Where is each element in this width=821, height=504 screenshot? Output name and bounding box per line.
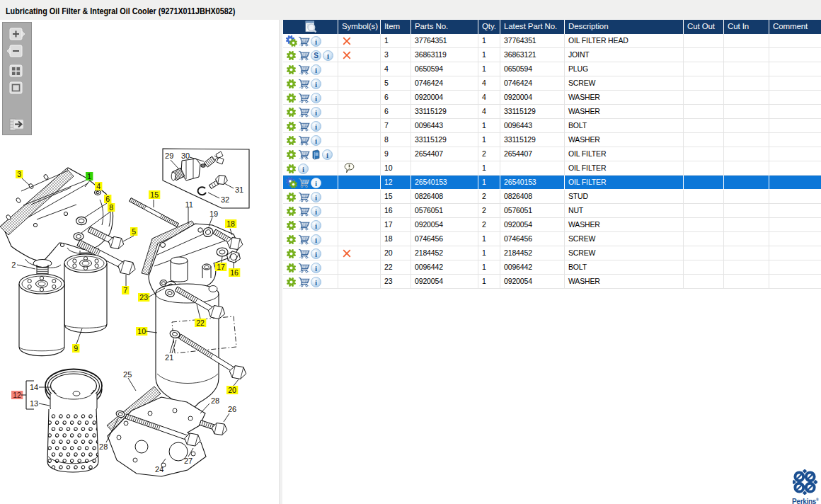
svg-text:25: 25 <box>123 370 132 379</box>
svg-text:31: 31 <box>235 185 243 194</box>
svg-text:9: 9 <box>74 344 78 353</box>
svg-text:18: 18 <box>226 219 235 228</box>
svg-text:22: 22 <box>196 319 205 327</box>
svg-text:3: 3 <box>17 170 21 178</box>
svg-text:12: 12 <box>13 391 21 399</box>
svg-text:14: 14 <box>30 383 38 391</box>
svg-text:20: 20 <box>228 386 236 394</box>
svg-text:19: 19 <box>209 210 218 218</box>
svg-text:4: 4 <box>96 182 101 190</box>
svg-text:28: 28 <box>211 396 219 405</box>
svg-text:17: 17 <box>217 263 225 271</box>
svg-text:16: 16 <box>230 268 239 277</box>
svg-text:24: 24 <box>155 465 163 474</box>
svg-text:28: 28 <box>99 442 108 451</box>
svg-text:23: 23 <box>139 293 148 302</box>
svg-text:2: 2 <box>11 260 16 269</box>
svg-text:21: 21 <box>165 353 173 362</box>
svg-text:8: 8 <box>109 203 113 212</box>
svg-text:1: 1 <box>87 172 91 181</box>
svg-text:11: 11 <box>185 200 193 209</box>
svg-text:29: 29 <box>165 151 173 160</box>
svg-text:6: 6 <box>105 195 110 203</box>
svg-text:30: 30 <box>181 151 190 160</box>
svg-text:10: 10 <box>137 327 146 336</box>
svg-text:5: 5 <box>132 227 136 236</box>
svg-text:26: 26 <box>228 405 236 413</box>
svg-text:13: 13 <box>30 399 38 408</box>
svg-text:7: 7 <box>123 286 127 294</box>
svg-text:27: 27 <box>184 457 193 465</box>
svg-text:15: 15 <box>150 190 159 199</box>
svg-text:32: 32 <box>221 195 229 204</box>
